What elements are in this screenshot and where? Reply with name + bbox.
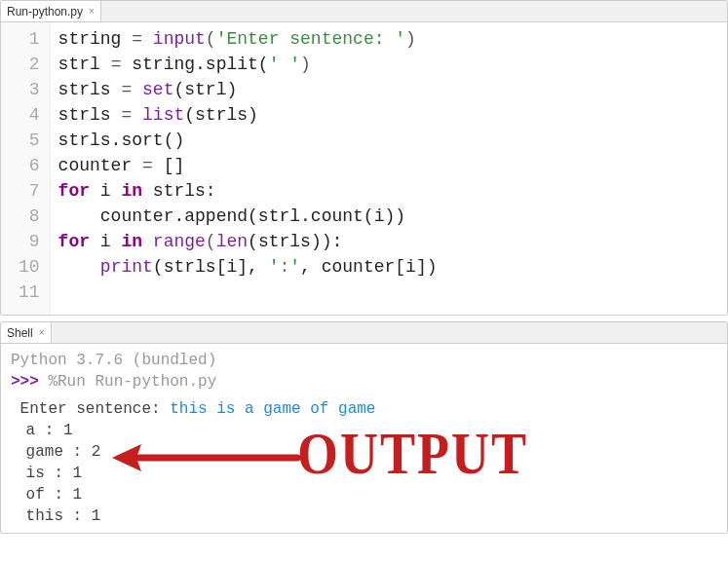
shell-tab-bar: Shell ×	[1, 322, 727, 344]
code-line[interactable]: strl = string.split(' ')	[58, 52, 719, 77]
arrow-icon	[107, 438, 302, 477]
editor-tab[interactable]: Run-python.py ×	[1, 1, 101, 21]
code-line[interactable]: strls = set(strl)	[58, 77, 719, 102]
code-line[interactable]: strls = list(strls)	[58, 102, 719, 128]
line-gutter: 1234567891011	[1, 22, 51, 315]
code-editor[interactable]: 1234567891011 string = input('Enter sent…	[1, 22, 727, 315]
close-icon[interactable]: ×	[39, 327, 45, 338]
handwritten-annotation: OUTPUT	[297, 418, 528, 487]
line-number: 7	[19, 178, 40, 204]
shell-line: Python 3.7.6 (bundled)	[11, 350, 717, 371]
line-number: 6	[19, 153, 40, 178]
code-line[interactable]: strls.sort()	[58, 128, 719, 153]
editor-tab-title: Run-python.py	[7, 5, 83, 19]
line-number: 5	[19, 128, 40, 153]
editor-tab-bar: Run-python.py ×	[1, 1, 727, 22]
line-number: 9	[19, 229, 40, 254]
code-line[interactable]: counter = []	[58, 153, 719, 178]
shell-line: >>> %Run Run-python.py	[11, 371, 717, 393]
code-line[interactable]: counter.append(strl.count(i))	[58, 204, 719, 229]
line-number: 4	[19, 102, 40, 128]
shell-tab-title: Shell	[7, 326, 33, 340]
code-line[interactable]: for i in strls:	[58, 178, 719, 204]
code-line[interactable]: for i in range(len(strls)):	[58, 229, 719, 254]
code-line[interactable]: print(strls[i], ':', counter[i])	[58, 254, 719, 280]
editor-panel: Run-python.py × 1234567891011 string = i…	[0, 0, 728, 316]
shell-tab[interactable]: Shell ×	[1, 322, 52, 343]
close-icon[interactable]: ×	[89, 6, 95, 17]
code-area[interactable]: string = input('Enter sentence: ')strl =…	[51, 22, 727, 315]
line-number: 2	[19, 52, 40, 77]
code-line[interactable]	[58, 280, 719, 305]
line-number: 1	[19, 26, 40, 52]
line-number: 10	[19, 254, 40, 280]
line-number: 11	[19, 280, 40, 305]
line-number: 8	[19, 204, 40, 229]
shell-line: this : 1	[11, 505, 717, 527]
shell-line: Enter sentence: this is a game of game	[11, 398, 717, 420]
code-line[interactable]: string = input('Enter sentence: ')	[58, 26, 719, 52]
line-number: 3	[19, 77, 40, 102]
